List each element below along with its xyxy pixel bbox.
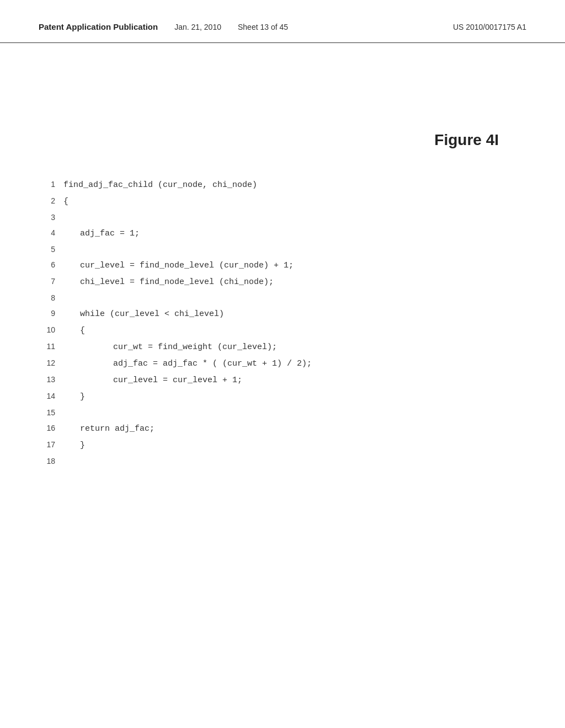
code-line: 13cur_level = cur_level + 1;: [39, 372, 526, 388]
code-line: 6cur_level = find_node_level (cur_node) …: [39, 257, 526, 274]
line-number: 1: [39, 176, 63, 192]
line-number: 15: [39, 405, 63, 420]
line-content: cur_level = cur_level + 1;: [63, 373, 242, 388]
line-number: 7: [39, 274, 63, 289]
line-content: cur_level = find_node_level (cur_node) +…: [63, 258, 294, 274]
code-line: 1find_adj_fac_child (cur_node, chi_node): [39, 176, 526, 193]
line-number: 12: [39, 355, 63, 371]
code-line: 2{: [39, 193, 526, 210]
sheet-info: Sheet 13 of 45: [238, 23, 288, 31]
line-number: 5: [39, 242, 63, 257]
code-line: 4adj_fac = 1;: [39, 225, 526, 242]
line-number: 6: [39, 257, 63, 272]
line-number: 17: [39, 437, 63, 452]
page-container: Patent Application Publication Jan. 21, …: [0, 0, 565, 728]
line-number: 8: [39, 290, 63, 306]
code-line: 11cur_wt = find_weight (cur_level);: [39, 339, 526, 355]
line-number: 3: [39, 210, 63, 225]
code-line: 5: [39, 242, 526, 257]
line-number: 10: [39, 322, 63, 338]
line-content: adj_fac = adj_fac * ( (cur_wt + 1) / 2);: [63, 356, 312, 372]
line-number: 16: [39, 420, 63, 436]
code-line: 12adj_fac = adj_fac * ( (cur_wt + 1) / 2…: [39, 355, 526, 372]
code-line: 14}: [39, 388, 526, 405]
code-line: 15: [39, 405, 526, 420]
page-header: Patent Application Publication Jan. 21, …: [0, 0, 565, 43]
line-number: 9: [39, 306, 63, 321]
line-content: return adj_fac;: [63, 421, 154, 437]
line-content: }: [63, 438, 85, 453]
line-content: cur_wt = find_weight (cur_level);: [63, 340, 277, 355]
line-number: 14: [39, 388, 63, 404]
figure-title: Figure 4I: [434, 131, 499, 148]
code-line: 3: [39, 210, 526, 225]
publication-date: Jan. 21, 2010: [174, 23, 221, 31]
line-number: 4: [39, 225, 63, 240]
line-number: 11: [39, 339, 63, 354]
line-content: {: [63, 323, 85, 339]
code-line: 7chi_level = find_node_level (chi_node);: [39, 274, 526, 290]
line-content: adj_fac = 1;: [63, 226, 140, 242]
line-number: 18: [39, 453, 63, 469]
figure-title-container: Figure 4I: [0, 43, 565, 165]
code-section: 1find_adj_fac_child (cur_node, chi_node)…: [0, 165, 565, 491]
code-line: 9while (cur_level < chi_level): [39, 306, 526, 322]
patent-number: US 2010/0017175 A1: [453, 23, 526, 31]
code-line: 18: [39, 453, 526, 469]
code-line: 17}: [39, 437, 526, 453]
line-content: chi_level = find_node_level (chi_node);: [63, 275, 274, 290]
code-line: 10{: [39, 322, 526, 339]
line-content: find_adj_fac_child (cur_node, chi_node): [63, 178, 257, 193]
line-number: 13: [39, 372, 63, 387]
line-content: }: [63, 389, 85, 405]
line-content: while (cur_level < chi_level): [63, 307, 224, 322]
publication-label: Patent Application Publication: [39, 22, 158, 31]
code-line: 8: [39, 290, 526, 306]
line-number: 2: [39, 193, 63, 208]
line-content: {: [63, 194, 68, 210]
code-line: 16return adj_fac;: [39, 420, 526, 437]
